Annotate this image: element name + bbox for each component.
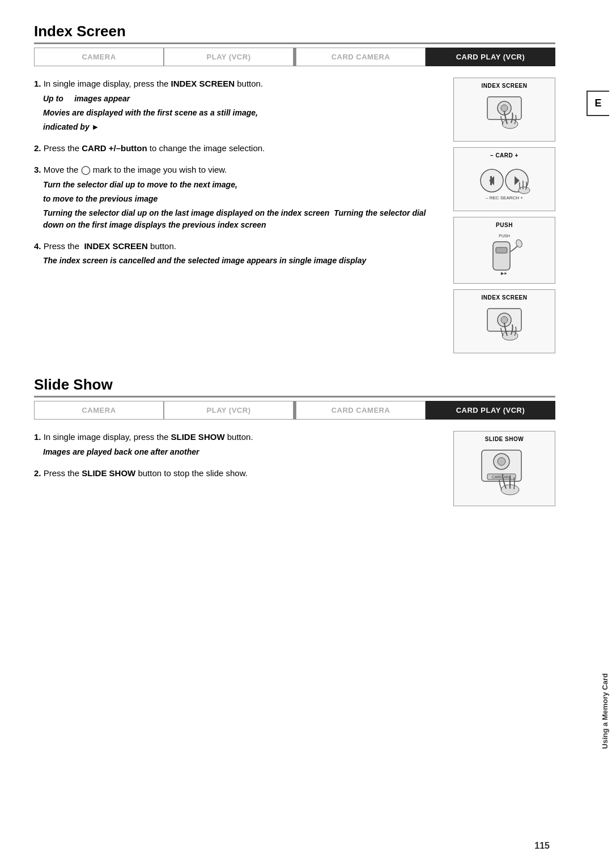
page-number: 115 [534,841,550,851]
index-step-4-text: Press the INDEX SCREEN button. [44,241,176,251]
slide-step-1-num: 1. [34,432,44,442]
tab-card-play-vcr-1[interactable]: CARD PLAY (VCR) [426,48,555,66]
slide-show-img-col: SLIDE SHOW CARD MIX [453,431,555,506]
index-step-1: 1. In single image display, press the IN… [34,78,442,133]
sidebar-tab-e: E [586,91,609,116]
index-step-3-note-2: to move to the previous image [43,193,442,205]
index-step-4: 4. Press the INDEX SCREEN button. The in… [34,240,442,267]
index-step-3-num: 3. [34,165,44,174]
index-step-1-note-1: Up to images appear [43,93,442,105]
slide-show-mode-bar: CAMERA PLAY (VCR) CARD CAMERA CARD PLAY … [34,401,555,420]
tab-play-vcr-1[interactable]: PLAY (VCR) [164,48,294,66]
slide-step-1-text: In single image display, press the SLIDE… [44,432,253,442]
index-img-3: PUSH PUSH ▶► [453,217,555,284]
index-screen-text-col: 1. In single image display, press the IN… [34,78,442,353]
slide-img-1: SLIDE SHOW CARD MIX [453,431,555,506]
index-img-1: INDEX SCREEN [453,78,555,142]
slide-show-text-col: 1. In single image display, press the SL… [34,431,442,506]
slide-step-1: 1. In single image display, press the SL… [34,431,442,458]
index-screen-img-col: INDEX SCREEN [453,78,555,353]
svg-marker-6 [490,176,492,185]
index-screen-mode-bar: CAMERA PLAY (VCR) CARD CAMERA CARD PLAY … [34,48,555,66]
index-screen-section: Index Screen CAMERA PLAY (VCR) CARD CAME… [34,23,555,353]
index-img-1-label: INDEX SCREEN [481,83,527,89]
index-step-2: 2. Press the CARD +/–button to change th… [34,142,442,155]
svg-rect-12 [496,247,507,253]
index-step-3-text: Move the ◯ mark to the image you wish to… [44,165,227,174]
section-gap [34,359,555,376]
index-step-4-note-1: The index screen is cancelled and the se… [43,255,442,267]
page-container: Index Screen CAMERA PLAY (VCR) CARD CAME… [0,0,612,868]
tab-camera-1[interactable]: CAMERA [34,48,164,66]
sidebar-tab-memory: Using a Memory Card [598,668,612,755]
index-step-3-note-3: Turning the selector dial up on the last… [43,207,442,231]
index-screen-icon-2 [476,303,533,348]
slide-step-2: 2. Press the SLIDE SHOW button to stop t… [34,467,442,480]
slide-show-title: Slide Show [34,376,555,397]
slide-show-content: 1. In single image display, press the SL… [34,431,555,506]
index-img-4-label: INDEX SCREEN [481,294,527,301]
svg-text:CARD MIX: CARD MIX [492,475,512,479]
slide-step-2-text: Press the SLIDE SHOW button to stop the … [44,468,248,478]
svg-text:▶►: ▶► [501,271,508,275]
svg-point-22 [498,457,505,465]
index-screen-icon-1 [476,91,533,136]
index-step-3: 3. Move the ◯ mark to the image you wish… [34,164,442,231]
index-img-2-label: – CARD + [490,152,518,159]
index-img-3-label: PUSH [496,222,513,228]
tab-card-camera-2[interactable]: CARD CAMERA [296,401,426,420]
index-step-3-note-1: Turn the selector dial up to move to the… [43,179,442,191]
index-img-4: INDEX SCREEN [453,289,555,353]
slide-step-1-note-1: Images are played back one after another [43,446,442,458]
slide-step-2-num: 2. [34,468,44,478]
index-step-1-note-3: indicated by ► [43,121,442,133]
selector-dial-icon: PUSH ▶► [476,230,533,279]
tab-play-vcr-2[interactable]: PLAY (VCR) [164,401,294,420]
index-step-1-text: In single image display, press the INDEX… [44,79,263,88]
svg-text:PUSH: PUSH [499,234,509,238]
main-content: Index Screen CAMERA PLAY (VCR) CARD CAME… [0,0,584,868]
tab-card-camera-1[interactable]: CARD CAMERA [296,48,426,66]
index-step-1-num: 1. [34,79,44,88]
svg-text:– REC SEARCH +: – REC SEARCH + [486,195,523,200]
svg-point-2 [501,105,508,112]
index-screen-content: 1. In single image display, press the IN… [34,78,555,353]
svg-point-18 [501,317,508,323]
index-step-2-num: 2. [34,143,44,153]
tab-camera-2[interactable]: CAMERA [34,401,164,420]
index-step-1-note-2: Movies are displayed with the first scen… [43,107,442,119]
index-step-2-text: Press the CARD +/–button to change the i… [44,143,265,153]
index-screen-title: Index Screen [34,23,555,44]
slide-show-section: Slide Show CAMERA PLAY (VCR) CARD CAMERA… [34,376,555,506]
index-img-2: – CARD + – REC SEARCH + [453,147,555,211]
index-step-4-num: 4. [34,241,44,251]
slide-show-icon: CARD MIX [473,444,536,501]
right-sidebar: E Using a Memory Card [584,0,612,868]
svg-rect-11 [493,242,510,270]
card-rec-search-icon: – REC SEARCH + [470,161,538,206]
tab-card-play-vcr-2[interactable]: CARD PLAY (VCR) [426,401,555,420]
slide-img-1-label: SLIDE SHOW [485,436,524,442]
